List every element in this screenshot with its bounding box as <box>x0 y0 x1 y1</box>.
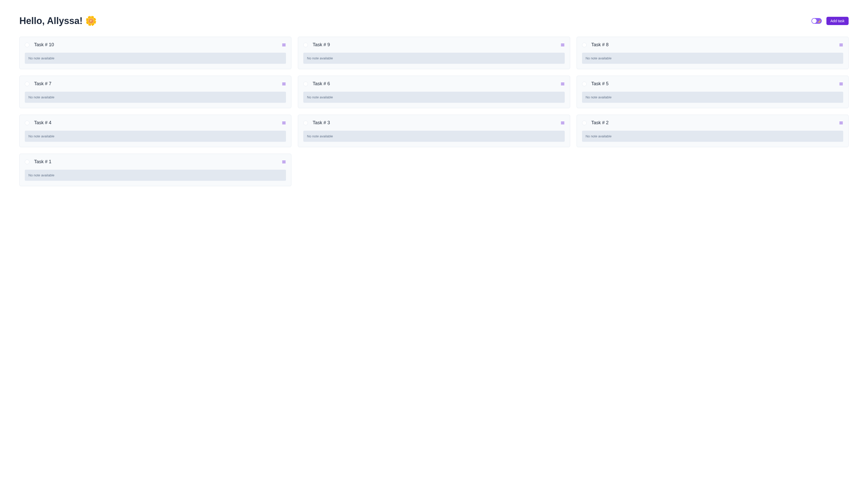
task-checkbox[interactable] <box>582 43 587 47</box>
task-checkbox[interactable] <box>25 43 30 47</box>
task-header: Task # 9 <box>303 42 564 47</box>
menu-icon[interactable] <box>839 43 843 47</box>
task-left: Task # 7 <box>25 81 51 86</box>
task-card: Task # 9 No note available <box>298 37 570 69</box>
task-card: Task # 2 No note available <box>576 115 849 147</box>
task-checkbox[interactable] <box>25 160 30 164</box>
menu-icon[interactable] <box>561 82 565 86</box>
menu-icon[interactable] <box>561 121 565 125</box>
task-left: Task # 2 <box>582 120 608 126</box>
task-title: Task # 9 <box>313 42 330 47</box>
task-note: No note available <box>303 92 564 103</box>
task-header: Task # 1 <box>25 159 286 164</box>
task-checkbox[interactable] <box>582 120 587 125</box>
task-card: Task # 3 No note available <box>298 115 570 147</box>
task-note: No note available <box>582 92 843 103</box>
task-title: Task # 1 <box>34 159 51 164</box>
task-checkbox[interactable] <box>303 82 308 86</box>
task-grid: Task # 10 No note available Task # 9 No … <box>19 37 849 186</box>
task-left: Task # 10 <box>25 42 54 47</box>
task-checkbox[interactable] <box>303 43 308 47</box>
task-note: No note available <box>303 131 564 142</box>
task-left: Task # 5 <box>582 81 608 86</box>
task-checkbox[interactable] <box>582 82 587 86</box>
task-title: Task # 8 <box>591 42 608 47</box>
toggle-circle <box>812 19 817 23</box>
task-note: No note available <box>25 131 286 142</box>
task-header: Task # 2 <box>582 120 843 126</box>
task-left: Task # 3 <box>303 120 330 126</box>
task-header: Task # 8 <box>582 42 843 47</box>
menu-icon[interactable] <box>282 82 286 86</box>
task-card: Task # 7 No note available <box>19 76 292 108</box>
task-left: Task # 9 <box>303 42 330 47</box>
task-title: Task # 6 <box>313 81 330 86</box>
task-header: Task # 7 <box>25 81 286 86</box>
greeting-title: Hello, Allyssa! 🌼 <box>19 15 97 26</box>
task-card: Task # 6 No note available <box>298 76 570 108</box>
menu-icon[interactable] <box>561 43 565 47</box>
task-title: Task # 5 <box>591 81 608 86</box>
task-left: Task # 1 <box>25 159 51 164</box>
task-header: Task # 3 <box>303 120 564 126</box>
task-note: No note available <box>25 170 286 181</box>
menu-icon[interactable] <box>839 121 843 125</box>
task-checkbox[interactable] <box>303 120 308 125</box>
menu-icon[interactable] <box>282 43 286 47</box>
task-title: Task # 10 <box>34 42 54 47</box>
header-actions: 🌙 Add task <box>812 17 849 25</box>
task-left: Task # 6 <box>303 81 330 86</box>
task-header: Task # 5 <box>582 81 843 86</box>
task-note: No note available <box>582 53 843 64</box>
task-note: No note available <box>25 53 286 64</box>
task-card: Task # 8 No note available <box>576 37 849 69</box>
task-left: Task # 4 <box>25 120 51 126</box>
task-left: Task # 8 <box>582 42 608 47</box>
moon-icon: 🌙 <box>817 19 821 23</box>
task-checkbox[interactable] <box>25 82 30 86</box>
task-header: Task # 6 <box>303 81 564 86</box>
task-card: Task # 10 No note available <box>19 37 292 69</box>
menu-icon[interactable] <box>282 160 286 164</box>
theme-toggle[interactable]: 🌙 <box>812 18 822 24</box>
task-note: No note available <box>25 92 286 103</box>
task-card: Task # 1 No note available <box>19 154 292 186</box>
page-header: Hello, Allyssa! 🌼 🌙 Add task <box>19 15 849 26</box>
task-title: Task # 4 <box>34 120 51 126</box>
task-header: Task # 10 <box>25 42 286 47</box>
add-task-button[interactable]: Add task <box>826 17 849 25</box>
task-card: Task # 5 No note available <box>576 76 849 108</box>
menu-icon[interactable] <box>282 121 286 125</box>
task-header: Task # 4 <box>25 120 286 126</box>
task-title: Task # 3 <box>313 120 330 126</box>
task-title: Task # 7 <box>34 81 51 86</box>
menu-icon[interactable] <box>839 82 843 86</box>
task-title: Task # 2 <box>591 120 608 126</box>
task-card: Task # 4 No note available <box>19 115 292 147</box>
task-note: No note available <box>582 131 843 142</box>
task-checkbox[interactable] <box>25 120 30 125</box>
task-note: No note available <box>303 53 564 64</box>
